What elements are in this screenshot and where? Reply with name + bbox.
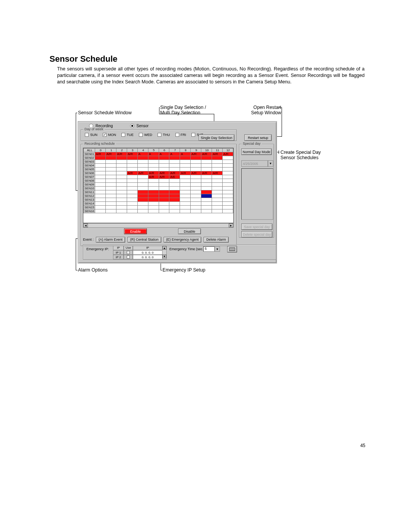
grid-cell[interactable]: A/R: [201, 171, 212, 175]
grid-cell[interactable]: [148, 156, 159, 160]
grid-cell[interactable]: [201, 190, 212, 194]
grid-header-hour[interactable]: 9: [191, 149, 201, 152]
grid-header-hour[interactable]: 5: [148, 149, 159, 152]
grid-cell[interactable]: [169, 194, 180, 198]
grid-cell[interactable]: [95, 179, 106, 183]
grid-cell[interactable]: A: [148, 152, 159, 156]
grid-row-header[interactable]: SEN10: [84, 187, 95, 190]
grid-cell[interactable]: [127, 168, 137, 171]
emergency-time-dropdown-arrow-icon[interactable]: ▼: [215, 246, 220, 252]
grid-cell[interactable]: [127, 160, 137, 164]
grid-cell[interactable]: [212, 190, 223, 194]
grid-cell[interactable]: [212, 187, 223, 190]
grid-cell[interactable]: [212, 168, 223, 171]
grid-cell[interactable]: [191, 202, 201, 206]
grid-cell[interactable]: [148, 209, 159, 213]
grid-cell[interactable]: [201, 164, 212, 168]
grid-cell[interactable]: [116, 164, 127, 168]
grid-cell[interactable]: A/R: [148, 175, 159, 179]
grid-header-hour[interactable]: 7: [169, 149, 180, 152]
grid-cell[interactable]: [148, 164, 159, 168]
grid-header-hour[interactable]: 0: [95, 149, 106, 152]
grid-cell[interactable]: [223, 209, 233, 213]
grid-cell[interactable]: A/R: [180, 171, 191, 175]
grid-cell[interactable]: [137, 156, 148, 160]
grid-row-header[interactable]: SEN15: [84, 206, 95, 209]
grid-cell[interactable]: [105, 209, 116, 213]
grid-cell[interactable]: [116, 187, 127, 190]
grid-cell[interactable]: [191, 164, 201, 168]
grid-cell[interactable]: [169, 198, 180, 202]
grid-cell[interactable]: [191, 206, 201, 209]
eip-address-field[interactable]: 0. 0. 0. 0: [133, 250, 162, 255]
grid-cell[interactable]: [95, 171, 106, 175]
grid-cell[interactable]: [159, 164, 169, 168]
grid-cell[interactable]: [127, 156, 137, 160]
grid-row-header[interactable]: SEN05: [84, 168, 95, 171]
grid-cell[interactable]: [212, 164, 223, 168]
grid-cell[interactable]: [148, 187, 159, 190]
grid-header-hour[interactable]: 1: [105, 149, 116, 152]
grid-cell[interactable]: [180, 194, 191, 198]
grid-cell[interactable]: [148, 206, 159, 209]
grid-cell[interactable]: [159, 194, 169, 198]
grid-cell[interactable]: A/R: [212, 171, 223, 175]
grid-cell[interactable]: [105, 168, 116, 171]
grid-cell[interactable]: [116, 179, 127, 183]
grid-cell[interactable]: [116, 198, 127, 202]
grid-row-header[interactable]: SEN09: [84, 183, 95, 187]
grid-cell[interactable]: A/R: [148, 171, 159, 175]
grid-cell[interactable]: A/R: [159, 175, 169, 179]
grid-cell[interactable]: [105, 187, 116, 190]
grid-cell[interactable]: [95, 190, 106, 194]
grid-cell[interactable]: [137, 198, 148, 202]
grid-cell[interactable]: [159, 179, 169, 183]
grid-cell[interactable]: [95, 194, 106, 198]
emergency-agent-button[interactable]: (E) Emergency Agent: [164, 237, 202, 243]
restart-setup-button[interactable]: Restart setup: [244, 134, 272, 141]
grid-cell[interactable]: [223, 164, 233, 168]
grid-cell[interactable]: [212, 209, 223, 213]
grid-cell[interactable]: [212, 206, 223, 209]
grid-cell[interactable]: A/R: [212, 152, 223, 156]
grid-cell[interactable]: [105, 175, 116, 179]
grid-cell[interactable]: [201, 194, 212, 198]
grid-cell[interactable]: A: [169, 152, 180, 156]
grid-cell[interactable]: [212, 179, 223, 183]
grid-cell[interactable]: [201, 206, 212, 209]
alarm-event-button[interactable]: (A) Alarm Event: [96, 237, 125, 243]
date-dropdown-arrow-icon[interactable]: ▼: [268, 160, 273, 167]
grid-cell[interactable]: [105, 156, 116, 160]
grid-cell[interactable]: [127, 190, 137, 194]
normal-day-mode-button[interactable]: Normal Day Mode: [241, 149, 272, 155]
day-checkbox-thu[interactable]: THU: [158, 133, 170, 137]
central-station-button[interactable]: (R) Central Station: [127, 237, 161, 243]
grid-cell[interactable]: A: [137, 152, 148, 156]
grid-cell[interactable]: [180, 187, 191, 190]
grid-cell[interactable]: [212, 160, 223, 164]
grid-cell[interactable]: [127, 175, 137, 179]
grid-cell[interactable]: [148, 160, 159, 164]
grid-cell[interactable]: [169, 160, 180, 164]
grid-cell[interactable]: [169, 187, 180, 190]
grid-cell[interactable]: [201, 198, 212, 202]
grid-cell[interactable]: [180, 168, 191, 171]
grid-cell[interactable]: [137, 206, 148, 209]
grid-cell[interactable]: [180, 202, 191, 206]
grid-cell[interactable]: [223, 179, 233, 183]
grid-cell[interactable]: A/R: [191, 171, 201, 175]
grid-cell[interactable]: [95, 168, 106, 171]
grid-cell[interactable]: [127, 206, 137, 209]
keyboard-icon[interactable]: [227, 246, 237, 252]
grid-cell[interactable]: [169, 183, 180, 187]
disable-button[interactable]: Disable: [178, 228, 201, 234]
grid-cell[interactable]: [137, 209, 148, 213]
grid-cell[interactable]: [95, 206, 106, 209]
delete-special-day-button[interactable]: Delete special day: [241, 231, 272, 238]
grid-cell[interactable]: [137, 175, 148, 179]
grid-cell[interactable]: A/R: [137, 171, 148, 175]
grid-cell[interactable]: [201, 168, 212, 171]
grid-row-header[interactable]: SEN07: [84, 175, 95, 179]
grid-cell[interactable]: [191, 179, 201, 183]
grid-cell[interactable]: [180, 164, 191, 168]
